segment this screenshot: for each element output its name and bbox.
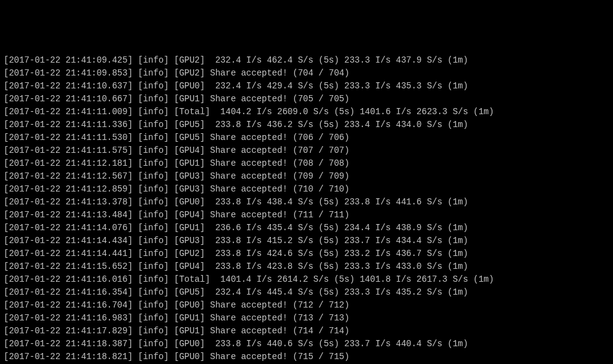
log-line: [2017-01-22 21:41:15.652] [info] [GPU4] …	[4, 260, 609, 273]
log-line: [2017-01-22 21:41:09.853] [info] [GPU2] …	[4, 67, 609, 80]
log-line: [2017-01-22 21:41:16.016] [info] [Total]…	[4, 273, 609, 286]
terminal-output: [2017-01-22 21:41:09.425] [info] [GPU2] …	[4, 54, 609, 364]
log-line: [2017-01-22 21:41:11.009] [info] [Total]…	[4, 106, 609, 118]
log-line: [2017-01-22 21:41:12.859] [info] [GPU3] …	[4, 183, 609, 196]
log-line: [2017-01-22 21:41:18.821] [info] [GPU0] …	[4, 350, 609, 363]
log-line: [2017-01-22 21:41:14.076] [info] [GPU1] …	[4, 222, 609, 234]
log-line: [2017-01-22 21:41:18.387] [info] [GPU0] …	[4, 338, 609, 350]
log-line: [2017-01-22 21:41:17.829] [info] [GPU1] …	[4, 325, 609, 338]
log-line: [2017-01-22 21:41:16.704] [info] [GPU0] …	[4, 299, 609, 312]
log-line: [2017-01-22 21:41:16.983] [info] [GPU1] …	[4, 312, 609, 325]
log-line: [2017-01-22 21:41:11.530] [info] [GPU5] …	[4, 131, 609, 144]
log-line: [2017-01-22 21:41:11.575] [info] [GPU4] …	[4, 144, 609, 157]
log-line: [2017-01-22 21:41:09.425] [info] [GPU2] …	[4, 54, 609, 67]
log-line: [2017-01-22 21:41:10.637] [info] [GPU0] …	[4, 80, 609, 93]
log-line: [2017-01-22 21:41:13.484] [info] [GPU4] …	[4, 209, 609, 222]
log-line: [2017-01-22 21:41:14.441] [info] [GPU2] …	[4, 247, 609, 260]
log-line: [2017-01-22 21:41:12.567] [info] [GPU3] …	[4, 170, 609, 183]
log-line: [2017-01-22 21:41:12.181] [info] [GPU1] …	[4, 157, 609, 170]
log-line: [2017-01-22 21:41:11.336] [info] [GPU5] …	[4, 118, 609, 131]
log-line: [2017-01-22 21:41:14.434] [info] [GPU3] …	[4, 234, 609, 247]
log-line: [2017-01-22 21:41:16.354] [info] [GPU5] …	[4, 286, 609, 299]
log-line: [2017-01-22 21:41:10.667] [info] [GPU1] …	[4, 93, 609, 106]
log-line: [2017-01-22 21:41:13.378] [info] [GPU0] …	[4, 196, 609, 209]
